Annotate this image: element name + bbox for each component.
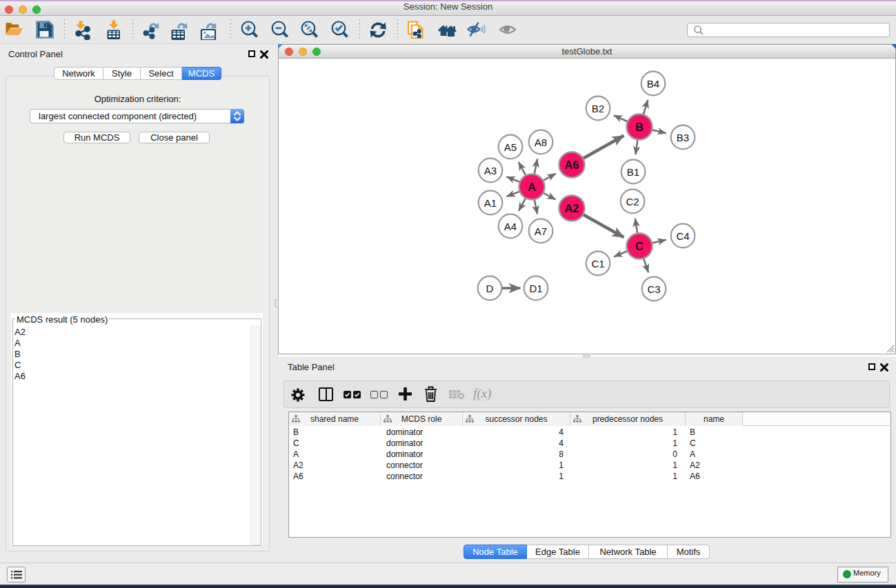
svg-text:B4: B4 bbox=[647, 78, 659, 90]
svg-text:A5: A5 bbox=[504, 141, 517, 153]
svg-text:A6: A6 bbox=[564, 159, 579, 171]
svg-text:C: C bbox=[635, 240, 644, 252]
svg-text:A1: A1 bbox=[484, 197, 497, 209]
svg-text:A7: A7 bbox=[535, 225, 547, 237]
svg-text:B: B bbox=[635, 121, 644, 133]
svg-text:A2: A2 bbox=[564, 202, 579, 214]
svg-text:A4: A4 bbox=[504, 221, 517, 232]
svg-text:A8: A8 bbox=[535, 136, 547, 148]
svg-text:D1: D1 bbox=[529, 283, 542, 294]
svg-text:B1: B1 bbox=[627, 166, 639, 178]
svg-text:C4: C4 bbox=[676, 230, 689, 242]
svg-text:C2: C2 bbox=[626, 196, 639, 207]
svg-text:B2: B2 bbox=[592, 103, 604, 114]
svg-text:C3: C3 bbox=[647, 283, 660, 295]
svg-text:C1: C1 bbox=[591, 258, 604, 270]
svg-text:B3: B3 bbox=[677, 132, 689, 143]
svg-text:A3: A3 bbox=[484, 165, 497, 176]
svg-text:D: D bbox=[486, 283, 494, 294]
svg-text:A: A bbox=[528, 181, 536, 193]
